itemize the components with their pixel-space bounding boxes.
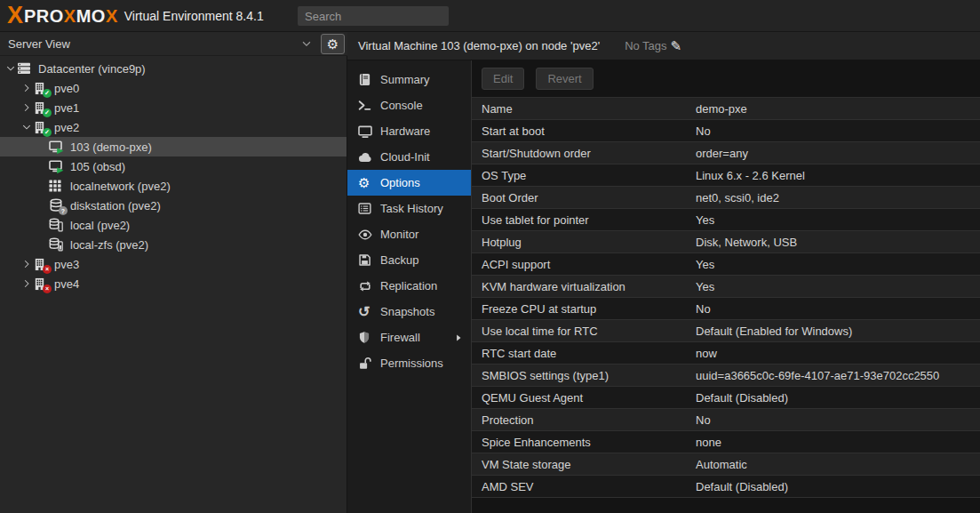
- tab-summary[interactable]: Summary: [347, 67, 471, 92]
- revert-button[interactable]: Revert: [536, 68, 593, 90]
- option-value: none: [696, 436, 721, 449]
- tab-label: Snapshots: [380, 305, 434, 318]
- vm-nav-menu: SummaryConsoleHardwareCloud-Init⚙Options…: [347, 60, 471, 513]
- tab-cloud-init[interactable]: Cloud-Init: [347, 144, 471, 170]
- edit-button[interactable]: Edit: [482, 68, 524, 90]
- option-value: Default (Disabled): [696, 391, 788, 405]
- option-label: Start at boot: [472, 124, 696, 138]
- option-row-kvm-hardware-virtualization[interactable]: KVM hardware virtualizationYes: [472, 276, 980, 298]
- option-label: VM State storage: [472, 458, 696, 471]
- option-value: uuid=a3665c0c-69fe-4107-ae71-93e702cc255…: [696, 369, 939, 382]
- option-label: KVM hardware virtualization: [472, 280, 696, 293]
- option-label: OS Type: [472, 169, 696, 182]
- option-value: net0, scsi0, ide2: [696, 191, 779, 204]
- tree-item-local-pve2[interactable]: local (pve2): [0, 215, 347, 235]
- option-row-vm-state-storage[interactable]: VM State storageAutomatic: [472, 453, 980, 476]
- terminal-icon: [358, 99, 380, 112]
- option-row-start-shutdown-order[interactable]: Start/Shutdown orderorder=any: [472, 142, 980, 164]
- product-version: Virtual Environment 8.4.1: [124, 9, 264, 23]
- tree-item-pve2[interactable]: ✓pve2: [0, 117, 347, 137]
- page-title: Virtual Machine 103 (demo-pxe) on node '…: [358, 39, 600, 52]
- tree-collapsed-icon[interactable]: [20, 83, 33, 93]
- option-row-boot-order[interactable]: Boot Ordernet0, scsi0, ide2: [472, 187, 980, 209]
- option-row-protection[interactable]: ProtectionNo: [472, 409, 980, 431]
- tree-item-pve4[interactable]: ×pve4: [0, 274, 347, 293]
- view-selector-label: Server View: [8, 37, 70, 51]
- option-row-acpi-support[interactable]: ACPI supportYes: [472, 253, 980, 276]
- proxmox-logo-segment: MO: [76, 7, 106, 25]
- gear-icon: ⚙: [327, 37, 339, 51]
- tree-item-label: pve3: [54, 258, 79, 271]
- tree-collapsed-icon[interactable]: [20, 278, 33, 289]
- tab-replication[interactable]: Replication: [347, 273, 471, 299]
- tab-backup[interactable]: Backup: [347, 247, 471, 273]
- option-row-hotplug[interactable]: HotplugDisk, Network, USB: [472, 231, 980, 253]
- tree-item-pve3[interactable]: ×pve3: [0, 254, 347, 274]
- option-label: Hotplug: [472, 236, 696, 249]
- tab-label: Monitor: [380, 228, 418, 241]
- tab-hardware[interactable]: Hardware: [347, 118, 471, 144]
- option-row-start-at-boot[interactable]: Start at bootNo: [472, 120, 980, 142]
- repeat-icon: [358, 279, 380, 293]
- option-row-amd-sev[interactable]: AMD SEVDefault (Disabled): [472, 476, 980, 498]
- option-value: Yes: [696, 213, 714, 227]
- tree-item-localnetwork-pve2[interactable]: localnetwork (pve2): [0, 176, 347, 196]
- server-icon: [17, 61, 32, 76]
- option-row-name[interactable]: Namedemo-pxe: [472, 98, 980, 120]
- option-row-use-local-time-for-rtc[interactable]: Use local time for RTCDefault (Enabled f…: [472, 320, 980, 342]
- option-row-use-tablet-for-pointer[interactable]: Use tablet for pointerYes: [472, 209, 980, 231]
- option-value: No: [696, 302, 711, 316]
- option-row-os-type[interactable]: OS TypeLinux 6.x - 2.6 Kernel: [472, 164, 980, 187]
- option-value: No: [696, 413, 711, 427]
- tree-item-pve1[interactable]: ✓pve1: [0, 98, 347, 117]
- tab-options[interactable]: ⚙Options: [347, 170, 471, 196]
- option-row-rtc-start-date[interactable]: RTC start datenow: [472, 342, 980, 365]
- tree-item-datacenter-vince9p[interactable]: Datacenter (vince9p): [0, 59, 347, 78]
- tab-monitor[interactable]: Monitor: [347, 221, 471, 247]
- option-label: QEMU Guest Agent: [472, 391, 696, 405]
- option-row-freeze-cpu-at-startup[interactable]: Freeze CPU at startupNo: [472, 298, 980, 320]
- tree-expanded-icon[interactable]: [20, 122, 33, 132]
- floppy-icon: [358, 253, 380, 267]
- option-label: Freeze CPU at startup: [472, 302, 696, 316]
- tree-item-pve0[interactable]: ✓pve0: [0, 78, 347, 98]
- tab-task-history[interactable]: Task History: [347, 196, 471, 221]
- tree-item-diskstation-pve2[interactable]: ?diskstation (pve2): [0, 196, 347, 215]
- option-label: RTC start date: [472, 347, 696, 360]
- view-selector[interactable]: Server View: [0, 32, 318, 55]
- tab-label: Replication: [380, 279, 437, 293]
- tab-console[interactable]: Console: [347, 92, 471, 118]
- tree-collapsed-icon[interactable]: [20, 102, 33, 113]
- option-row-smbios-settings-type1[interactable]: SMBIOS settings (type1)uuid=a3665c0c-69f…: [472, 365, 980, 387]
- gear-icon: ⚙: [358, 176, 380, 189]
- tree-item-label: pve4: [54, 277, 79, 291]
- tree-item-label: localnetwork (pve2): [70, 180, 171, 193]
- tab-permissions[interactable]: Permissions: [347, 350, 471, 376]
- tree-settings-button[interactable]: ⚙: [321, 34, 345, 54]
- book-icon: [358, 73, 380, 86]
- tab-snapshots[interactable]: ↺Snapshots: [347, 299, 471, 325]
- tree-item-105-obsd[interactable]: 105 (obsd): [0, 156, 347, 176]
- storage-card-icon: [49, 218, 64, 232]
- vm-running-icon: [49, 140, 64, 155]
- building-icon: ×: [33, 258, 48, 271]
- tags-editor[interactable]: No Tags ✎: [625, 39, 681, 52]
- tree-item-local-zfs-pve2[interactable]: local-zfs (pve2): [0, 235, 347, 254]
- building-icon: ✓: [33, 121, 48, 134]
- tab-firewall[interactable]: Firewall: [347, 325, 471, 350]
- tab-label: Summary: [380, 73, 430, 86]
- option-value: Automatic: [696, 458, 747, 471]
- proxmox-logo-segment: X: [106, 7, 118, 25]
- proxmox-logo-segment: X: [7, 4, 22, 28]
- tree-item-label: pve0: [54, 82, 79, 95]
- vm-running-icon: [49, 159, 64, 174]
- tree-collapsed-icon[interactable]: [20, 259, 33, 269]
- option-row-qemu-guest-agent[interactable]: QEMU Guest AgentDefault (Disabled): [472, 387, 980, 409]
- search-input[interactable]: [298, 6, 449, 26]
- tree-item-103-demo-pxe[interactable]: 103 (demo-pxe): [0, 137, 347, 156]
- tree-expanded-icon[interactable]: [4, 63, 17, 74]
- option-value: order=any: [696, 147, 748, 160]
- proxmox-logo[interactable]: XPROXMOX: [7, 4, 118, 28]
- tree-item-label: 105 (obsd): [70, 160, 125, 173]
- option-row-spice-enhancements[interactable]: Spice Enhancementsnone: [472, 431, 980, 453]
